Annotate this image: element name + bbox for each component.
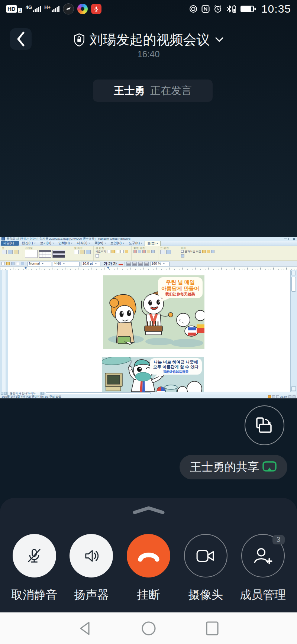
shield-lock-icon — [73, 33, 85, 46]
open-icon[interactable] — [6, 262, 10, 265]
cell-height-icon[interactable] — [125, 250, 128, 253]
nav-back-button[interactable] — [70, 612, 100, 644]
table-icon[interactable] — [2, 250, 7, 254]
hanword-status-bar: 1/10쪽 1단 1줄 4칸 (A1) 문단 나눔 1/1 구역 삽입 213% — [0, 395, 297, 398]
hanword-tab-row: 동양의 새 안내가 이야... — [0, 392, 297, 395]
style-combo[interactable]: Normal — [28, 262, 51, 266]
line-spacing-combo[interactable]: 160 % — [150, 262, 170, 266]
vertical-scrollbar[interactable] — [290, 270, 297, 392]
scroll-up-icon[interactable] — [291, 271, 296, 275]
scroll-down-icon[interactable] — [291, 386, 296, 391]
print-icon[interactable] — [16, 262, 19, 265]
cell-split-icon[interactable] — [112, 250, 115, 253]
tab-nav-prev-icon[interactable] — [4, 392, 7, 395]
chart-icon[interactable] — [8, 250, 13, 254]
zoom-out-icon[interactable] — [288, 395, 291, 398]
indent-marker-icon[interactable] — [25, 267, 27, 269]
shared-screen-window[interactable]: 동양의 새 안내가 이야기 양사용 20200218.hwp [C:\W000 … — [0, 237, 297, 398]
menu-tools[interactable]: 도구(K) — [126, 241, 145, 246]
char-like-checkbox[interactable] — [181, 250, 184, 253]
collapse-handle[interactable] — [131, 506, 167, 514]
table-split-icon[interactable] — [166, 250, 171, 254]
menu-input[interactable]: 입력(D) — [56, 241, 75, 246]
speaker-button[interactable] — [70, 534, 113, 577]
page-layout-icon[interactable] — [272, 395, 275, 398]
vertical-write-label[interactable]: 세로쓰기 — [96, 250, 106, 253]
wrap-icon[interactable] — [202, 250, 206, 253]
table-style-preview[interactable] — [52, 250, 65, 258]
cell-shade-icon[interactable] — [80, 250, 85, 254]
hangup-control: 挂断 — [126, 534, 172, 603]
camera-button[interactable] — [184, 534, 227, 577]
nav-recents-button[interactable] — [197, 612, 227, 644]
menu-security[interactable]: 보안(R) — [108, 241, 127, 246]
cell-line-icon[interactable] — [86, 250, 91, 254]
tab-nav-first-icon[interactable] — [1, 392, 3, 395]
new-doc-icon[interactable] — [1, 262, 5, 265]
save-icon[interactable] — [11, 262, 14, 265]
status-zoom-controls: 213% — [268, 395, 296, 398]
document-page[interactable]: 우린 널 매일 아름답게 만들어 我们让你每天都美 — [8, 270, 290, 392]
delete-row-icon[interactable] — [142, 250, 146, 253]
zoom-tool-icon[interactable] — [276, 395, 279, 398]
tab-nav-next-icon[interactable] — [41, 392, 44, 395]
menu-page[interactable]: 쪽(W) — [92, 241, 108, 246]
cell-align-icon[interactable] — [120, 250, 124, 253]
align-justify-icon[interactable] — [144, 262, 149, 266]
font-color-icon[interactable] — [119, 264, 123, 265]
horizontal-scrollbar[interactable] — [45, 392, 296, 395]
maximize-icon — [288, 238, 291, 240]
zoom-in-icon[interactable] — [293, 395, 296, 398]
wrap-icon[interactable] — [211, 250, 214, 253]
align-right-icon[interactable] — [138, 262, 143, 266]
view-mode-icon[interactable] — [268, 395, 271, 398]
wrap-icon[interactable] — [207, 250, 210, 253]
speaker-label: 扬声器 — [74, 587, 109, 603]
clock-time: 10:35 — [261, 3, 291, 15]
table-style-preview[interactable] — [39, 250, 51, 258]
wrap-icon[interactable] — [181, 254, 184, 258]
close-icon — [293, 237, 296, 240]
menu-format[interactable]: 서식(J) — [75, 241, 93, 246]
cell-width-icon[interactable] — [96, 254, 99, 258]
unmute-button[interactable] — [13, 534, 56, 577]
align-center-icon[interactable] — [132, 262, 137, 266]
hangup-button[interactable] — [127, 534, 170, 577]
meeting-title-row[interactable]: 刘瑒发起的视频会议 — [0, 31, 297, 48]
delete-col-icon[interactable] — [147, 250, 150, 253]
menu-file[interactable]: 파일(F) — [1, 241, 19, 246]
menu-view[interactable]: 보기(U) — [38, 241, 57, 246]
undo-icon[interactable] — [21, 262, 24, 265]
insert-row-icon[interactable] — [133, 250, 137, 253]
colorful-app-icon — [77, 4, 88, 14]
char-attr-buttons[interactable]: 가 가 가 — [104, 261, 117, 266]
hscroll-thumb[interactable] — [46, 392, 151, 394]
eye-protection-icon — [189, 4, 198, 13]
cell-merge-icon[interactable] — [107, 250, 110, 253]
nav-home-button[interactable] — [134, 612, 164, 644]
net-4g-label: 4G — [26, 5, 32, 10]
member-management-button[interactable]: 3 — [241, 534, 285, 577]
draw-table-icon[interactable] — [14, 250, 19, 254]
cell-border-icon[interactable] — [74, 250, 79, 254]
indent-marker-icon[interactable] — [107, 267, 109, 269]
scrollbar-thumb[interactable] — [291, 277, 296, 292]
cell-size-icon[interactable] — [116, 250, 119, 253]
combo-caret-icon — [42, 263, 43, 264]
menu-edit[interactable]: 편집(E) — [20, 241, 38, 246]
meeting-duration: 16:40 — [0, 49, 297, 59]
meeting-title: 刘瑒发起的视频会议 — [90, 31, 210, 49]
insert-col-icon[interactable] — [138, 250, 141, 253]
screen-share-badge[interactable]: 王士勇的共享 — [180, 455, 287, 479]
row-height-icon[interactable] — [151, 250, 155, 253]
table-style-preview[interactable] — [25, 250, 38, 258]
minimize-icon — [284, 239, 287, 239]
ribbon-group-table: 표 — [0, 246, 23, 260]
menu-table[interactable]: 표(Q) — [145, 241, 161, 246]
font-size-combo[interactable]: 10.0 pt — [81, 262, 100, 266]
status-left-icons: HD 1 4G H+ — [6, 3, 101, 14]
rotate-screen-button[interactable] — [245, 405, 284, 445]
align-left-icon[interactable] — [126, 262, 131, 266]
font-combo[interactable]: 바탕 — [53, 262, 80, 266]
table-props-icon[interactable] — [160, 250, 165, 254]
